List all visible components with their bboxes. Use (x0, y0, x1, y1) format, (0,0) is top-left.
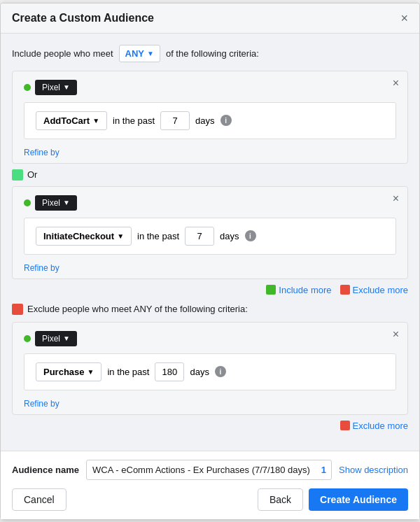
include-more-icon (266, 285, 276, 295)
days-input-2[interactable] (185, 227, 214, 246)
modal-container: Create a Custom Audience × Include peopl… (0, 3, 420, 520)
pixel-row-3: Pixel ▼ (24, 331, 396, 346)
chevron-down-icon: ▼ (88, 368, 94, 376)
event-dropdown-2[interactable]: InitiateCheckout ▼ (36, 227, 132, 246)
pixel-status-dot (24, 84, 31, 91)
criteria-row-2: InitiateCheckout ▼ in the past days i (36, 227, 384, 246)
criteria-row-1: AddToCart ▼ in the past days i (36, 111, 384, 130)
info-icon-1[interactable]: i (220, 115, 232, 126)
modal-header: Create a Custom Audience × (1, 3, 419, 34)
audience-count: 1 (321, 465, 326, 475)
chevron-down-icon: ▼ (92, 117, 99, 125)
audience-input-wrap: 1 (86, 460, 332, 480)
or-icon (12, 169, 23, 181)
days-label-1: days (195, 115, 214, 126)
footer-buttons: Cancel Back Create Audience (12, 488, 408, 511)
include-suffix: of the following criteria: (166, 48, 259, 59)
include-criteria-line: Include people who meet ANY ▼ of the fol… (12, 45, 408, 62)
exclude-more-icon-2 (340, 421, 350, 430)
close-section-1-button[interactable]: × (393, 77, 399, 90)
exclude-header: Exclude people who meet ANY of the follo… (12, 304, 408, 315)
close-section-3-button[interactable]: × (393, 328, 399, 341)
days-input-1[interactable] (160, 111, 190, 130)
chevron-down-icon: ▼ (147, 50, 154, 57)
pixel-status-dot-2 (24, 199, 31, 206)
show-description-link[interactable]: Show description (339, 465, 408, 475)
audience-name-row: Audience name 1 Show description (12, 460, 408, 480)
in-the-past-label-1: in the past (113, 115, 155, 126)
modal-footer: Audience name 1 Show description Cancel … (1, 451, 419, 519)
days-input-3[interactable] (155, 362, 184, 381)
pixel-dropdown-1[interactable]: Pixel ▼ (35, 80, 77, 95)
info-icon-2[interactable]: i (245, 230, 256, 241)
include-section-2: × Pixel ▼ InitiateCheckout ▼ in the past… (12, 186, 408, 279)
in-the-past-label-2: in the past (137, 231, 179, 241)
or-row: Or (12, 169, 408, 181)
audience-name-label: Audience name (12, 465, 79, 475)
any-dropdown[interactable]: ANY ▼ (119, 45, 160, 62)
chevron-down-icon: ▼ (63, 83, 70, 91)
include-more-link[interactable]: Include more (266, 285, 331, 295)
refine-link-1[interactable]: Refine by (24, 148, 59, 157)
exclude-header-text: Exclude people who meet ANY of the follo… (27, 304, 248, 314)
close-button[interactable]: × (400, 12, 408, 24)
event-dropdown-3[interactable]: Purchase ▼ (36, 362, 102, 381)
or-label: Or (27, 169, 37, 180)
modal-body: Include people who meet ANY ▼ of the fol… (1, 34, 419, 451)
chevron-down-icon: ▼ (63, 334, 70, 342)
pixel-dropdown-2[interactable]: Pixel ▼ (35, 195, 77, 211)
pixel-row-1: Pixel ▼ (24, 80, 396, 95)
criteria-inner-3: Purchase ▼ in the past days i (24, 353, 396, 390)
event-dropdown-1[interactable]: AddToCart ▼ (36, 111, 107, 130)
criteria-row-3: Purchase ▼ in the past days i (36, 362, 384, 381)
exclude-more-link-2[interactable]: Exclude more (340, 421, 408, 431)
refine-link-3[interactable]: Refine by (24, 399, 59, 409)
cancel-button[interactable]: Cancel (12, 488, 66, 511)
back-button[interactable]: Back (258, 488, 303, 511)
exclude-more-link-1[interactable]: Exclude more (340, 285, 408, 295)
close-section-2-button[interactable]: × (393, 192, 399, 205)
info-icon-3[interactable]: i (215, 366, 226, 377)
refine-link-2[interactable]: Refine by (24, 263, 59, 273)
include-section-1: × Pixel ▼ AddToCart ▼ in the past days (12, 71, 408, 164)
audience-name-input[interactable] (86, 460, 332, 480)
chevron-down-icon: ▼ (63, 199, 70, 206)
create-audience-button[interactable]: Create Audience (309, 488, 408, 511)
pixel-row-2: Pixel ▼ (24, 195, 396, 211)
exclude-header-icon (12, 304, 23, 315)
in-the-past-label-3: in the past (107, 367, 149, 377)
action-row-2: Exclude more (12, 421, 408, 431)
btn-group: Back Create Audience (258, 488, 408, 511)
exclude-section: × Pixel ▼ Purchase ▼ in the past days (12, 322, 408, 415)
modal-title: Create a Custom Audience (12, 12, 154, 24)
pixel-dropdown-3[interactable]: Pixel ▼ (35, 331, 77, 346)
include-prefix: Include people who meet (12, 48, 113, 59)
days-label-3: days (190, 367, 209, 377)
criteria-inner-2: InitiateCheckout ▼ in the past days i (24, 218, 396, 255)
exclude-more-icon (340, 285, 350, 295)
action-row: Include more Exclude more (12, 285, 408, 295)
chevron-down-icon: ▼ (117, 232, 124, 240)
days-label-2: days (220, 231, 239, 241)
criteria-inner-1: AddToCart ▼ in the past days i (24, 102, 396, 139)
pixel-status-dot-3 (24, 335, 31, 342)
